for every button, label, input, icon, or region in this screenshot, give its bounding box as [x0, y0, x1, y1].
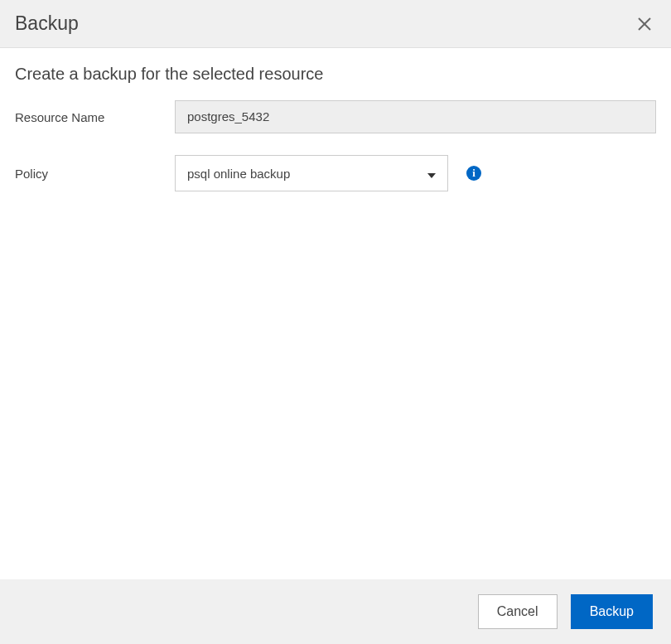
backup-button[interactable]: Backup: [571, 594, 653, 629]
policy-select-value: psql online backup: [187, 167, 290, 181]
resource-name-row: Resource Name postgres_5432: [15, 100, 656, 133]
dialog-subtitle: Create a backup for the selected resourc…: [15, 65, 656, 84]
policy-select[interactable]: psql online backup: [175, 155, 448, 191]
close-icon: [637, 17, 652, 31]
resource-name-label: Resource Name: [15, 110, 175, 124]
resource-name-field: postgres_5432: [175, 100, 656, 133]
cancel-button[interactable]: Cancel: [478, 594, 558, 629]
info-icon[interactable]: i: [466, 166, 481, 181]
close-button[interactable]: [633, 12, 656, 36]
dialog-content: Create a backup for the selected resourc…: [0, 48, 671, 579]
svg-marker-2: [427, 173, 436, 178]
dialog-header: Backup: [0, 0, 671, 48]
dialog-title: Backup: [15, 12, 79, 35]
policy-label: Policy: [15, 167, 175, 181]
policy-row: Policy psql online backup i: [15, 155, 656, 191]
dialog-footer: Cancel Backup: [0, 579, 671, 644]
chevron-down-icon: [427, 167, 436, 181]
